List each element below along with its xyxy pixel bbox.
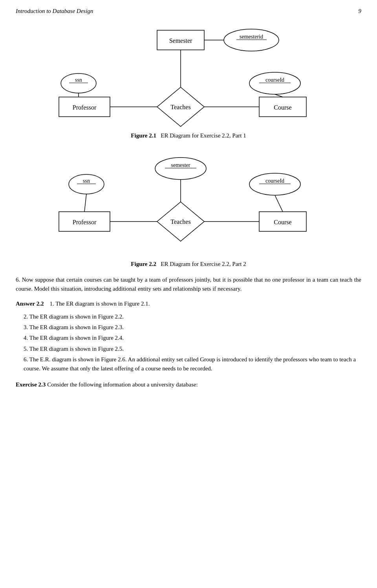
- svg-line-20: [275, 94, 283, 97]
- answer-item6-text-before: The E.R. diagram is shown in Figure 2.6.: [29, 356, 127, 363]
- svg-point-9: [249, 72, 300, 94]
- svg-text:Teaches: Teaches: [170, 218, 190, 225]
- answer-item2-num: 2.: [24, 313, 28, 320]
- svg-text:Semester: Semester: [169, 37, 192, 44]
- figure2-label: Figure 2.2: [131, 261, 156, 267]
- answer-item5: 5. The ER diagram is shown in Figure 2.5…: [24, 344, 361, 354]
- figure2-caption-desc: ER Diagram for Exercise 2.2, Part 2: [161, 261, 246, 267]
- figure2-diagram: ssn semester courseId Professor Course T…: [16, 147, 361, 257]
- svg-text:Course: Course: [274, 104, 291, 111]
- figure2-caption: Figure 2.2 ER Diagram for Exercise 2.2, …: [16, 261, 361, 267]
- figure2-caption-sep: [158, 261, 159, 267]
- section6-body: Now suppose that certain courses can be …: [16, 277, 361, 292]
- figure1-diagram: Semester semesterid ssn courseId Profess…: [16, 18, 361, 128]
- exercise-section: Exercise 2.3 Consider the following info…: [16, 380, 361, 389]
- section6-number: 6.: [16, 277, 20, 283]
- figure1-caption: Figure 2.1 ER Diagram for Exercise 2.2, …: [16, 132, 361, 139]
- exercise-text: Consider the following information about…: [47, 381, 198, 388]
- answer-item3-num: 3.: [24, 324, 28, 330]
- answer-item6-num: 6.: [24, 356, 28, 363]
- svg-point-2: [224, 29, 279, 51]
- svg-line-40: [275, 195, 283, 212]
- svg-point-26: [155, 158, 206, 180]
- page-number: 9: [359, 8, 362, 15]
- figure2-svg: ssn semester courseId Professor Course T…: [51, 147, 326, 257]
- svg-text:Course: Course: [274, 219, 291, 225]
- figure1-caption-text: [158, 132, 159, 139]
- answer-item4-text: The ER diagram is shown in Figure 2.4.: [29, 335, 124, 341]
- svg-text:semesterid: semesterid: [240, 34, 263, 40]
- answer-item5-num: 5.: [24, 346, 28, 352]
- svg-point-6: [61, 73, 96, 93]
- section6-text: 6. Now suppose that certain courses can …: [16, 275, 361, 294]
- answer-section: Answer 2.2 1. The ER diagram is shown in…: [16, 299, 361, 308]
- answer-item4: 4. The ER diagram is shown in Figure 2.4…: [24, 333, 361, 343]
- figure1-caption-desc: ER Diagram for Exercise 2.2, Part 1: [161, 132, 246, 139]
- answer-item2: 2. The ER diagram is shown in Figure 2.2…: [24, 312, 361, 321]
- svg-text:Professor: Professor: [73, 104, 97, 111]
- svg-text:Professor: Professor: [73, 219, 97, 225]
- svg-point-23: [69, 174, 104, 194]
- exercise-label: Exercise 2.3: [16, 381, 46, 388]
- svg-line-38: [84, 194, 86, 212]
- answer-item1-num: 1.: [49, 300, 54, 307]
- figure1-label: Figure 2.1: [131, 132, 156, 139]
- svg-text:semester: semester: [171, 162, 190, 168]
- answer-item2-text: The ER diagram is shown in Figure 2.2.: [29, 313, 124, 320]
- svg-text:Teaches: Teaches: [170, 104, 190, 110]
- figure1-svg: Semester semesterid ssn courseId Profess…: [51, 18, 326, 128]
- header-title: Introduction to Database Design: [16, 8, 93, 15]
- svg-text:ssn: ssn: [75, 77, 82, 83]
- answer-item3-text: The ER diagram is shown in Figure 2.3.: [29, 324, 124, 330]
- answer-item3: 3. The ER diagram is shown in Figure 2.3…: [24, 323, 361, 332]
- answer-item1-text: The ER diagram is shown in Figure 2.1.: [55, 300, 150, 307]
- page-header: Introduction to Database Design 9: [16, 8, 361, 15]
- answer-item6: 6. The E.R. diagram is shown in Figure 2…: [24, 355, 361, 374]
- answer-item4-num: 4.: [24, 335, 28, 341]
- svg-text:courseId: courseId: [265, 77, 284, 83]
- svg-point-29: [249, 173, 300, 195]
- svg-text:courseId: courseId: [265, 178, 284, 184]
- answer-item5-text: The ER diagram is shown in Figure 2.5.: [29, 346, 124, 352]
- answer-label: Answer 2.2: [16, 300, 44, 307]
- svg-text:ssn: ssn: [83, 178, 90, 184]
